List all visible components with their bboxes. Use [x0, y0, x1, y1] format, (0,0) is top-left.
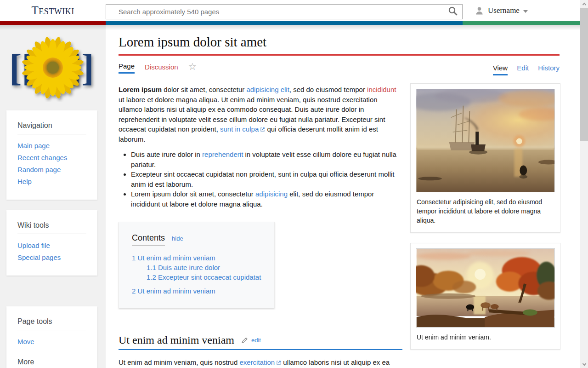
- thumbnail-rail: Consectetur adipisicing elit, sed do eiu…: [410, 83, 560, 360]
- list-item: Lorem ipsum dolor sit amet, consectetur …: [131, 189, 402, 209]
- page-actions: View Edit History: [486, 64, 560, 72]
- sidebar-heading-navigation: Navigation: [17, 121, 86, 134]
- sidebar-item-upload-file[interactable]: Upload file: [17, 240, 86, 252]
- sidebar-section-wiki-tools: Wiki tools Upload file Special pages: [6, 210, 97, 276]
- sidebar-heading-page-tools: Page tools: [17, 317, 86, 330]
- toc-title: Contents: [132, 233, 165, 246]
- scroll-up-button[interactable]: [580, 0, 588, 8]
- sidebar-section-page-tools: Page tools Move More: [6, 306, 97, 368]
- section-edit-link[interactable]: edit: [251, 337, 261, 344]
- sidebar-item-help[interactable]: Help: [17, 176, 86, 188]
- chevron-up-icon: [582, 2, 587, 6]
- blue-bar: [106, 21, 463, 25]
- page-title: Lorem ipsum dolor sit amet: [119, 34, 560, 50]
- thumbnail-caption: Consectetur adipisicing elit, sed do eiu…: [417, 197, 554, 225]
- sidebar-heading-more: More: [17, 358, 86, 368]
- watch-star-icon[interactable]: ☆: [188, 63, 197, 70]
- tab-view[interactable]: View: [493, 64, 508, 75]
- external-link-icon: [276, 360, 281, 365]
- tab-page[interactable]: Page: [119, 62, 135, 74]
- wiki-page: Testwiki Username: [0, 0, 588, 368]
- thumbnail-caption: Ut enim ad minim veniam.: [417, 333, 554, 342]
- scrollbar-thumb[interactable]: [580, 8, 588, 141]
- sunflower-brackets-logo-image: [[ ]]: [6, 33, 100, 102]
- page-scrollbar[interactable]: [580, 0, 588, 368]
- green-bar: [463, 21, 580, 25]
- sidebar-item-move[interactable]: Move: [17, 336, 86, 348]
- sidebar-item-recent-changes[interactable]: Recent changes: [17, 152, 86, 164]
- tab-history[interactable]: History: [538, 64, 560, 74]
- painting-seascape-image[interactable]: [416, 89, 555, 192]
- external-link-icon: [260, 127, 265, 132]
- body-text: Ut enim ad minim veniam, quis nostrud: [119, 358, 239, 366]
- inline-link[interactable]: sunt in culpa: [220, 125, 259, 133]
- body-text: dolor sit amet, consectetur: [162, 86, 246, 93]
- user-icon: [475, 6, 484, 16]
- intro-paragraph: Lorem ipsum dolor sit amet, consectetur …: [119, 85, 402, 144]
- sidebar-item-random-page[interactable]: Random page: [17, 164, 86, 176]
- site-logo-wordmark[interactable]: Testwiki: [0, 0, 106, 21]
- sidebar-section-navigation: Navigation Main page Recent changes Rand…: [6, 110, 97, 200]
- sidebar-heading-wiki-tools: Wiki tools: [17, 221, 86, 234]
- inline-link[interactable]: exercitation: [239, 358, 275, 366]
- thumbnail-card: Ut enim ad minim veniam.: [410, 243, 560, 350]
- body-text: Lorem ipsum dolor sit amet, consectetur: [131, 190, 255, 198]
- thumbnail-card: Consectetur adipisicing elit, sed do eiu…: [410, 83, 560, 233]
- body-text: Excepteur sint occaecat cupidatat non pr…: [131, 170, 394, 188]
- list-item: Excepteur sint occaecat cupidatat non pr…: [131, 169, 402, 189]
- scroll-down-button[interactable]: [580, 360, 588, 368]
- body-text: Duis aute irure dolor in: [131, 150, 202, 158]
- section-paragraph: Ut enim ad minim veniam, quis nostrud ex…: [119, 357, 402, 368]
- toc-item-1-2[interactable]: 1.2 Excepteur sint occaecat cupidatat: [132, 272, 261, 282]
- wiki-logo[interactable]: [[ ]]: [0, 25, 106, 110]
- search-input[interactable]: [106, 4, 463, 19]
- username-label: Username: [488, 6, 520, 15]
- inline-link[interactable]: adipisicing elit: [246, 86, 289, 93]
- table-of-contents: Contents hide 1 Ut enim ad minim veniam …: [119, 222, 275, 308]
- title-red-rule: [119, 54, 560, 56]
- tab-edit[interactable]: Edit: [517, 64, 529, 74]
- toc-item-2[interactable]: 2 Ut enim ad minim veniam: [132, 286, 261, 296]
- pencil-icon[interactable]: [241, 336, 249, 344]
- red-bar: [0, 21, 106, 25]
- search-icon: [448, 6, 458, 16]
- inline-link[interactable]: reprehenderit: [202, 150, 243, 158]
- inline-link[interactable]: incididunt: [367, 86, 396, 93]
- search-bar: [106, 4, 463, 19]
- page-tabs: Page Discussion ☆ View Edit History: [119, 62, 560, 74]
- bullet-list: Duis aute irure dolor in reprehenderit i…: [119, 150, 402, 209]
- toc-item-1[interactable]: 1 Ut enim ad minim veniam: [132, 253, 261, 263]
- content-area: Lorem ipsum dolor sit amet Page Discussi…: [106, 25, 580, 368]
- chevron-down-icon: [523, 10, 528, 13]
- sidebar: [[ ]]: [0, 25, 106, 368]
- section-heading: Ut enim ad minim veniam: [119, 334, 234, 346]
- painting-autumn-landscape-image[interactable]: [416, 248, 555, 328]
- section-heading-row: Ut enim ad minim veniam edit: [119, 334, 402, 350]
- search-button[interactable]: [446, 6, 460, 17]
- toc-list: 1 Ut enim ad minim veniam 1.1 Duis aute …: [132, 253, 261, 296]
- sidebar-item-special-pages[interactable]: Special pages: [17, 252, 86, 264]
- chevron-down-icon: [582, 362, 587, 366]
- bold-text: Lorem ipsum: [119, 86, 162, 93]
- tab-discussion[interactable]: Discussion: [145, 63, 178, 73]
- inline-link[interactable]: adipisicing: [255, 190, 288, 198]
- body-text: , sed do eiusmod tempor: [289, 86, 367, 93]
- article-body: Lorem ipsum dolor sit amet, consectetur …: [119, 85, 402, 368]
- toc-item-1-1[interactable]: 1.1 Duis aute irure dolor: [132, 263, 261, 272]
- header-color-bars: [0, 21, 580, 25]
- user-menu[interactable]: Username: [475, 0, 528, 21]
- toc-hide-link[interactable]: hide: [172, 235, 183, 242]
- sidebar-item-main-page[interactable]: Main page: [17, 140, 86, 152]
- site-header: Testwiki Username: [0, 0, 580, 21]
- list-item: Duis aute irure dolor in reprehenderit i…: [131, 150, 402, 169]
